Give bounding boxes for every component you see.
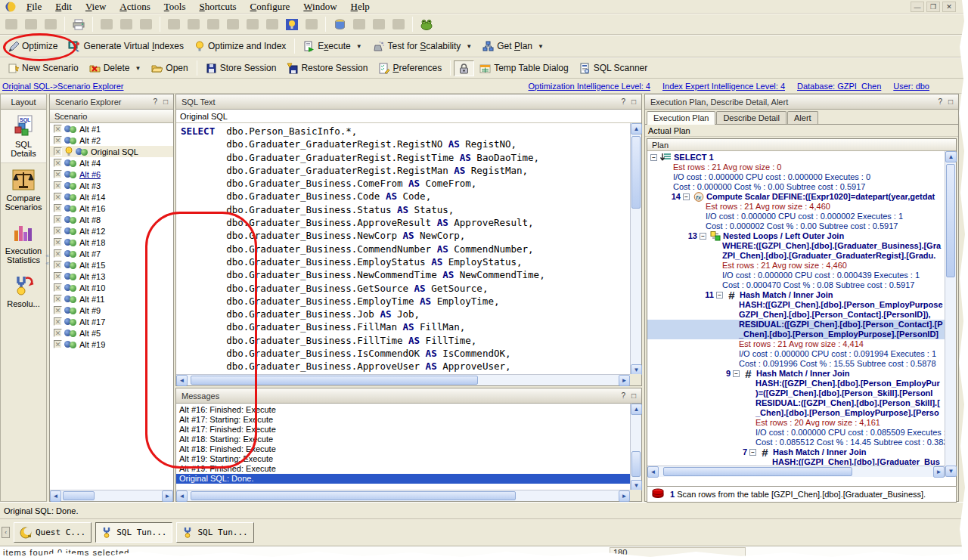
sql-editor[interactable]: SELECT dbo.Person_BasicInfo.*, dbo.Gradu… bbox=[176, 123, 630, 376]
minimize-icon[interactable]: — bbox=[911, 2, 924, 12]
exclude-checkbox[interactable]: ✕ bbox=[54, 317, 62, 326]
message-row[interactable]: Alt #17: Starting: Execute bbox=[176, 415, 630, 425]
scenario-column-header[interactable]: Scenario bbox=[50, 110, 173, 123]
scroll-right-icon[interactable]: ► bbox=[619, 375, 630, 386]
info-link-3[interactable]: User: dbo bbox=[893, 82, 929, 91]
scenario-row-alt-13[interactable]: ✕Alt #13 bbox=[50, 271, 173, 282]
dropdown-arrow-icon[interactable]: ▼ bbox=[356, 43, 362, 50]
scenario-row-alt-16[interactable]: ✕Alt #16 bbox=[50, 203, 173, 214]
store-session-button[interactable]: Store Session bbox=[200, 60, 282, 76]
info-link-2[interactable]: Database: GZPI_Chen bbox=[797, 82, 881, 91]
message-row[interactable]: Alt #18: Starting: Execute bbox=[176, 435, 630, 444]
close-icon[interactable]: ✕ bbox=[942, 2, 956, 12]
maximize-icon[interactable]: □ bbox=[948, 97, 953, 106]
menu-view[interactable]: View bbox=[79, 1, 113, 12]
scenario-row-alt-2[interactable]: ✕Alt #2 bbox=[50, 135, 173, 146]
menu-shortcuts[interactable]: Shortcuts bbox=[192, 1, 243, 12]
exclude-checkbox[interactable]: ✕ bbox=[54, 136, 62, 144]
get-plan-button[interactable]: Get Plan▼ bbox=[477, 39, 549, 54]
help-icon[interactable]: ? bbox=[153, 97, 157, 106]
taskbar-scroll-stub[interactable]: ‹ bbox=[2, 527, 10, 538]
scenario-row-original-sql[interactable]: ✕Original SQL bbox=[50, 146, 173, 157]
scenario-row-alt-15[interactable]: ✕Alt #15 bbox=[50, 259, 173, 271]
scenario-row-alt-7[interactable]: ✕Alt #7 bbox=[50, 248, 173, 259]
messages-hscrollbar[interactable]: ◄ ► bbox=[176, 490, 630, 501]
plan-node-select[interactable]: −SELECT 1Est rows : 21 Avg row size : 0I… bbox=[647, 153, 945, 192]
collapse-icon[interactable]: − bbox=[749, 449, 756, 456]
scroll-right-icon[interactable]: ► bbox=[162, 490, 173, 502]
exclude-checkbox[interactable]: ✕ bbox=[54, 340, 62, 348]
scroll-up-icon[interactable]: ▲ bbox=[631, 404, 642, 415]
scenario-row-alt-12[interactable]: ✕Alt #12 bbox=[50, 225, 173, 237]
exclude-checkbox[interactable]: ✕ bbox=[54, 170, 62, 178]
scenario-row-alt-11[interactable]: ✕Alt #11 bbox=[50, 293, 173, 305]
preferences-button[interactable]: Preferences bbox=[373, 60, 447, 76]
sidebar-item-resolu[interactable]: Resolu... bbox=[1, 269, 46, 313]
sidebar-item-execution-statistics[interactable]: Execution Statistics bbox=[1, 216, 46, 269]
help-icon[interactable]: ? bbox=[621, 97, 625, 106]
exclude-checkbox[interactable]: ✕ bbox=[54, 249, 62, 258]
exclude-checkbox[interactable]: ✕ bbox=[54, 204, 62, 212]
scenario-row-alt-17[interactable]: ✕Alt #17 bbox=[50, 316, 173, 327]
scroll-right-icon[interactable]: ► bbox=[933, 466, 945, 478]
message-row[interactable]: Alt #16: Finished: Execute bbox=[176, 405, 630, 415]
menu-configure[interactable]: Configure bbox=[244, 1, 297, 12]
plan-node-7[interactable]: 7−#Hash Match / Inner JoinHASH:([GZPI_Ch… bbox=[647, 447, 945, 467]
optimize-and-index-button[interactable]: Optimize and Index bbox=[189, 39, 291, 54]
scroll-right-icon[interactable]: ► bbox=[619, 490, 630, 502]
database-icon[interactable] bbox=[330, 16, 349, 32]
scenario-row-alt-5[interactable]: ✕Alt #5 bbox=[50, 327, 173, 339]
menu-file[interactable]: File bbox=[20, 1, 48, 12]
dropdown-arrow-icon[interactable]: ▼ bbox=[538, 43, 544, 50]
scenario-row-alt-3[interactable]: ✕Alt #3 bbox=[50, 180, 173, 191]
print-icon[interactable] bbox=[70, 16, 88, 32]
scenario-hscrollbar[interactable]: ◄ ► bbox=[50, 490, 173, 501]
collapse-icon[interactable]: − bbox=[733, 370, 740, 377]
exclude-checkbox[interactable]: ✕ bbox=[54, 261, 62, 269]
restore-session-button[interactable]: Restore Session bbox=[281, 60, 373, 76]
menu-edit[interactable]: Edit bbox=[48, 1, 79, 12]
exclude-checkbox[interactable]: ✕ bbox=[54, 295, 62, 303]
exclude-checkbox[interactable]: ✕ bbox=[54, 272, 62, 280]
exclude-checkbox[interactable]: ✕ bbox=[54, 329, 62, 337]
lock-button[interactable] bbox=[454, 60, 474, 76]
tab-execution-plan[interactable]: Execution Plan bbox=[647, 111, 715, 125]
exclude-checkbox[interactable]: ✕ bbox=[54, 238, 62, 246]
sql-scanner-button[interactable]: SQL Scanner bbox=[574, 60, 653, 76]
maximize-icon[interactable]: □ bbox=[631, 97, 636, 106]
plan-node-14[interactable]: 14−fxCompute Scalar DEFINE:([Expr1020]=d… bbox=[647, 192, 945, 231]
plan-column-header[interactable]: Plan bbox=[647, 139, 956, 151]
open-button[interactable]: Open bbox=[146, 60, 193, 76]
collapse-icon[interactable]: − bbox=[650, 154, 657, 161]
scroll-up-icon[interactable]: ▲ bbox=[945, 151, 957, 162]
collapse-icon[interactable]: − bbox=[683, 193, 690, 200]
hint-bulb-icon[interactable] bbox=[283, 16, 301, 32]
scenario-row-alt-14[interactable]: ✕Alt #14 bbox=[50, 191, 173, 203]
help-icon[interactable]: ? bbox=[938, 97, 942, 106]
plan-node-11[interactable]: 11−#Hash Match / Inner JoinHASH:([GZPI_C… bbox=[647, 290, 945, 369]
scenario-row-alt-8[interactable]: ✕Alt #8 bbox=[50, 214, 173, 225]
scenario-row-alt-9[interactable]: ✕Alt #9 bbox=[50, 305, 173, 316]
dropdown-arrow-icon[interactable]: ▼ bbox=[466, 43, 472, 50]
generate-virtual-indexes-button[interactable]: Generate Virtual Indexes bbox=[63, 39, 189, 54]
exclude-checkbox[interactable]: ✕ bbox=[54, 306, 62, 314]
sql-hscrollbar[interactable]: ◄ ► bbox=[176, 374, 630, 385]
exclude-checkbox[interactable]: ✕ bbox=[54, 159, 62, 167]
taskbar-button-0[interactable]: Quest C... bbox=[14, 522, 92, 543]
message-row[interactable]: Alt #19: Starting: Execute bbox=[176, 454, 630, 464]
collapse-icon[interactable]: − bbox=[716, 292, 723, 299]
info-link-1[interactable]: Index Expert Intelligence Level: 4 bbox=[662, 82, 785, 91]
scenario-row-alt-18[interactable]: ✕Alt #18 bbox=[50, 237, 173, 248]
menu-window[interactable]: Window bbox=[296, 1, 343, 12]
plan-node-9[interactable]: 9−#Hash Match / Inner JoinHASH:([GZPI_Ch… bbox=[647, 369, 945, 447]
scenario-row-alt-6[interactable]: ✕Alt #6 bbox=[50, 169, 173, 180]
menu-actions[interactable]: Actions bbox=[113, 1, 157, 12]
taskbar-button-2[interactable]: SQL Tun... bbox=[176, 522, 253, 543]
scroll-up-icon[interactable]: ▲ bbox=[631, 123, 642, 135]
info-link-0[interactable]: Optimization Intelligence Level: 4 bbox=[529, 82, 650, 91]
message-row[interactable]: Alt #17: Finished: Execute bbox=[176, 425, 630, 435]
temp-table-dialog-button[interactable]: Temp Table Dialog bbox=[474, 60, 574, 76]
scenario-row-alt-4[interactable]: ✕Alt #4 bbox=[50, 157, 173, 169]
menu-help[interactable]: Help bbox=[344, 1, 377, 12]
message-row[interactable]: Original SQL: Done. bbox=[176, 474, 630, 484]
